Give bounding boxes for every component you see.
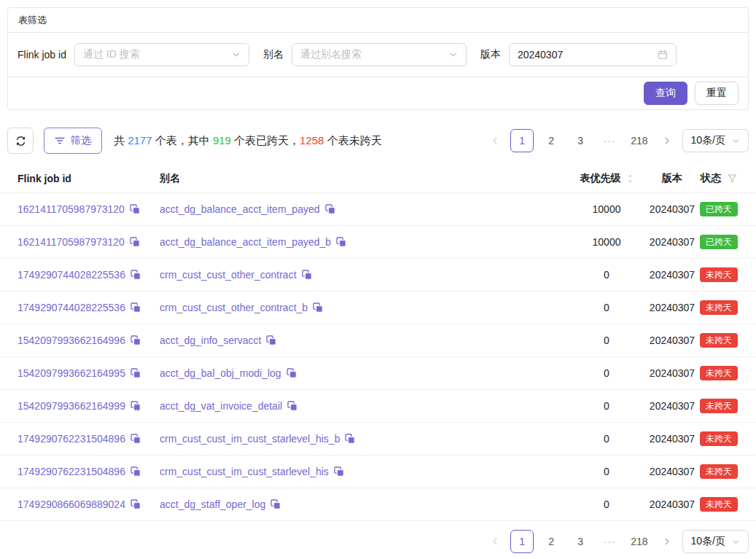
sort-icon[interactable] [627, 173, 634, 184]
filter-toggle-button[interactable]: 筛选 [44, 128, 102, 154]
table-header-row: Flink job id 别名 表优先级 版本 状态 [0, 164, 756, 193]
table-toolbar: 筛选 共 2177 个表，其中 919 个表已跨天，1258 个表未跨天 123… [7, 128, 749, 154]
copy-icon[interactable] [130, 204, 140, 214]
flink-job-id-field-group: Flink job id 通过 ID 搜索 [17, 43, 249, 66]
flink-job-id-link[interactable]: 1542097993662164996 [17, 335, 125, 346]
cell-version: 20240307 [647, 302, 698, 313]
filter-funnel-icon[interactable] [728, 173, 737, 183]
page-button[interactable]: 2 [539, 530, 563, 553]
page-size-select[interactable]: 10条/页 [682, 530, 749, 553]
alias-link[interactable]: crm_cust_cust_other_contract [160, 269, 297, 281]
table-row: 1542097993662164999 acct_dg_vat_invoice_… [0, 390, 756, 423]
copy-icon[interactable] [334, 466, 344, 477]
status-badge: 未跨天 [700, 431, 738, 446]
version-date-input[interactable]: 20240307 [509, 43, 677, 66]
alias-link[interactable]: acct_dg_bal_obj_modi_log [160, 367, 281, 379]
flink-job-id-link[interactable]: 1542097993662164995 [17, 367, 125, 379]
next-page-button[interactable] [658, 530, 677, 553]
refresh-button[interactable] [7, 128, 34, 154]
alias-select[interactable]: 通过别名搜索 [292, 43, 467, 66]
copy-icon[interactable] [130, 270, 141, 280]
prev-page-button[interactable] [486, 530, 504, 553]
copy-icon[interactable] [336, 237, 346, 247]
alias-link[interactable]: crm_cust_cust_im_cust_starlevel_his [160, 466, 329, 477]
pagination-bottom: 123···21810条/页 [486, 530, 749, 553]
copy-icon[interactable] [130, 335, 141, 345]
copy-icon[interactable] [266, 335, 276, 345]
page-button[interactable]: 1 [510, 129, 534, 152]
version-date-value: 20240307 [518, 49, 563, 60]
flink-job-id-link[interactable]: 1749290762231504896 [17, 433, 125, 445]
flink-job-id-link[interactable]: 1542097993662164999 [17, 400, 125, 412]
flink-job-id-link[interactable]: 1621411705987973120 [17, 203, 125, 215]
cell-alias: acct_dg_balance_acct_item_payed_b [160, 236, 566, 248]
copy-icon[interactable] [130, 368, 141, 378]
column-header-priority[interactable]: 表优先级 [566, 172, 647, 185]
copy-icon[interactable] [130, 434, 141, 444]
copy-icon[interactable] [130, 302, 141, 313]
copy-icon[interactable] [130, 499, 141, 509]
status-badge: 未跨天 [700, 267, 738, 282]
alias-link[interactable]: acct_dg_info_servacct [160, 335, 261, 346]
page-button[interactable]: 3 [569, 129, 592, 152]
cell-flink-job-id: 1542097993662164995 [17, 367, 160, 379]
alias-link[interactable]: crm_cust_cust_other_contract_b [160, 302, 308, 313]
alias-link[interactable]: acct_dg_vat_invoice_detail [160, 400, 282, 412]
cell-version: 20240307 [647, 433, 698, 445]
page-size-select[interactable]: 10条/页 [682, 129, 749, 152]
cell-alias: crm_cust_cust_other_contract_b [160, 302, 566, 313]
status-badge: 已跨天 [700, 235, 738, 249]
page-button[interactable]: 218 [627, 129, 651, 152]
page-size-value: 10条/页 [691, 535, 725, 548]
cell-version: 20240307 [647, 466, 698, 477]
copy-icon[interactable] [130, 237, 140, 247]
copy-icon[interactable] [287, 368, 297, 378]
flink-job-id-link[interactable]: 1749290866069889024 [17, 499, 125, 510]
filter-form: Flink job id 通过 ID 搜索 别名 通过别名搜索 版本 20240… [8, 33, 748, 77]
column-header-status-label: 状态 [701, 172, 721, 185]
copy-icon[interactable] [345, 434, 355, 444]
column-header-status[interactable]: 状态 [698, 172, 740, 185]
alias-link[interactable]: acct_dg_balance_acct_item_payed [160, 203, 320, 215]
cell-priority: 0 [566, 269, 647, 281]
table-body: 1621411705987973120 acct_dg_balance_acct… [0, 193, 756, 521]
alias-link[interactable]: acct_dg_balance_acct_item_payed_b [160, 236, 331, 248]
copy-icon[interactable] [130, 466, 141, 477]
query-button[interactable]: 查询 [644, 82, 687, 105]
cell-status: 未跨天 [698, 333, 740, 348]
filter-card: 表筛选 Flink job id 通过 ID 搜索 别名 通过别名搜索 版本 [7, 7, 749, 110]
copy-icon[interactable] [302, 270, 312, 280]
flink-job-id-link[interactable]: 1749290762231504896 [17, 466, 125, 477]
flink-job-id-link[interactable]: 1749290744028225536 [17, 269, 125, 281]
alias-link[interactable]: acct_dg_staff_oper_log [160, 499, 265, 510]
summary-part: 共 [114, 134, 128, 146]
prev-page-button[interactable] [486, 129, 504, 152]
copy-icon[interactable] [325, 204, 335, 214]
cell-priority: 0 [566, 400, 647, 412]
calendar-icon [658, 50, 668, 60]
copy-icon[interactable] [287, 401, 297, 411]
cell-alias: crm_cust_cust_im_cust_starlevel_his [160, 466, 566, 477]
page-button[interactable]: 3 [569, 530, 592, 553]
page-button[interactable]: 2 [539, 129, 563, 152]
next-page-button[interactable] [658, 129, 677, 152]
page-button[interactable]: 218 [627, 530, 651, 553]
cell-status: 未跨天 [698, 464, 740, 479]
filter-card-title: 表筛选 [8, 8, 748, 33]
cell-flink-job-id: 1542097993662164999 [17, 400, 160, 412]
copy-icon[interactable] [313, 302, 323, 313]
alias-link[interactable]: crm_cust_cust_im_cust_starlevel_his_b [160, 433, 340, 445]
page-button[interactable]: 1 [510, 530, 534, 553]
reset-button[interactable]: 重置 [695, 82, 739, 105]
copy-icon[interactable] [270, 499, 281, 509]
flink-job-id-link[interactable]: 1621411705987973120 [17, 236, 125, 248]
page-ellipsis: ··· [598, 530, 621, 553]
cell-alias: acct_dg_staff_oper_log [160, 499, 566, 510]
copy-icon[interactable] [130, 401, 141, 411]
flink-job-id-select[interactable]: 通过 ID 搜索 [74, 43, 249, 66]
flink-job-id-link[interactable]: 1749290744028225536 [17, 302, 125, 313]
summary-part: 个表已跨天， [231, 134, 300, 146]
cell-alias: acct_dg_info_servacct [160, 335, 566, 346]
table-summary: 共 2177 个表，其中 919 个表已跨天，1258 个表未跨天 [114, 134, 382, 148]
cell-flink-job-id: 1621411705987973120 [17, 236, 160, 248]
